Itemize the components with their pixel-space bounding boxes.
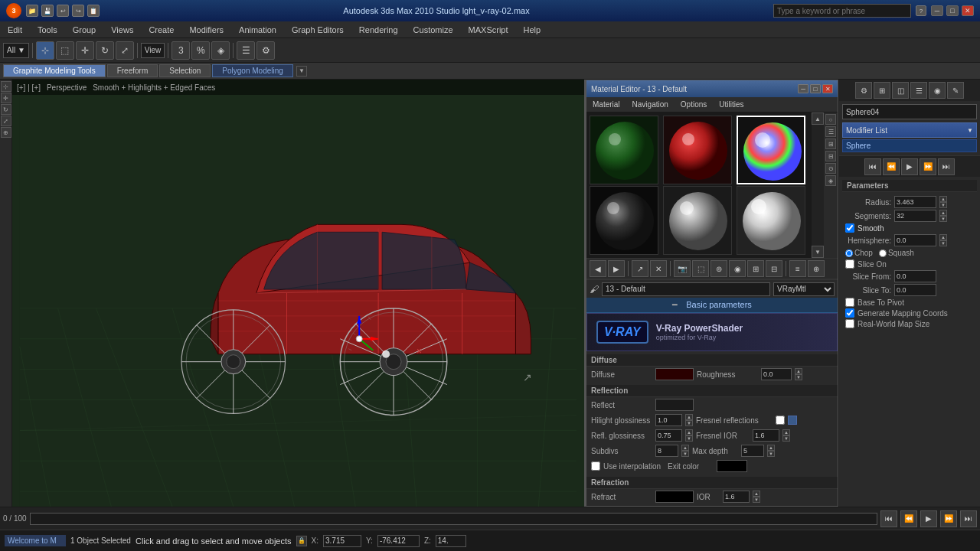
roughness-input[interactable]: [761, 368, 792, 380]
refl-glossiness-input[interactable]: [655, 429, 682, 442]
mat-icon-1[interactable]: ○: [825, 114, 836, 125]
menu-help[interactable]: Help: [516, 24, 549, 36]
fresnel-ior-spin-up[interactable]: ▲: [782, 429, 790, 435]
right-tool-3[interactable]: ◫: [892, 82, 909, 99]
render-icon[interactable]: ◈: [211, 41, 230, 60]
max-depth-spin-up[interactable]: ▲: [767, 445, 775, 451]
slice-on-checkbox[interactable]: [845, 259, 854, 269]
hilight-spin-up[interactable]: ▲: [685, 414, 693, 420]
select-tool[interactable]: ⊹: [36, 41, 54, 60]
play-button[interactable]: ▶: [901, 158, 918, 175]
rotate-icon[interactable]: ↻: [1, 104, 11, 115]
max-depth-input[interactable]: [741, 445, 764, 457]
percent-icon[interactable]: %: [191, 41, 210, 60]
graphite-modeling-tools-tab[interactable]: Graphite Modeling Tools: [3, 64, 106, 77]
select-icon[interactable]: ⊹: [1, 81, 11, 92]
right-tool-6[interactable]: ✎: [947, 82, 964, 99]
mat-maximize-button[interactable]: □: [810, 84, 821, 93]
select-filter[interactable]: All ▼: [3, 43, 29, 58]
diffuse-color-swatch[interactable]: [655, 368, 694, 380]
next-frame-button[interactable]: ⏩: [920, 158, 936, 175]
select-region-tool[interactable]: ⬚: [56, 41, 74, 60]
fresnel-ior-input[interactable]: [753, 429, 779, 442]
segments-spin-up[interactable]: ▲: [939, 210, 947, 216]
menu-tools[interactable]: Tools: [30, 24, 65, 36]
toolbar-icon-4[interactable]: ↪: [72, 5, 84, 17]
search-input[interactable]: [773, 4, 911, 18]
timeline-playback-2[interactable]: ⏪: [900, 510, 917, 527]
mat-icon-6[interactable]: ◈: [825, 175, 836, 186]
right-tool-5[interactable]: ◉: [929, 82, 946, 99]
prev-frame-button[interactable]: ⏪: [883, 158, 900, 175]
mat-menu-material[interactable]: Material: [586, 99, 626, 110]
reflect-color-swatch[interactable]: [655, 399, 694, 411]
help-icon[interactable]: ?: [916, 5, 926, 16]
radius-spin-down[interactable]: ▼: [939, 202, 947, 208]
slice-to-input[interactable]: [894, 284, 936, 296]
timeline-play[interactable]: ▶: [920, 510, 937, 527]
mat-tool-7[interactable]: ⊞: [747, 260, 764, 277]
menu-create[interactable]: Create: [141, 24, 181, 36]
scroll-up-arrow[interactable]: ▲: [812, 112, 824, 125]
modifier-list-button[interactable]: Modifier List ▼: [842, 122, 977, 138]
view-mode-select[interactable]: View: [141, 43, 165, 58]
real-world-checkbox[interactable]: [845, 319, 854, 328]
move-icon[interactable]: ✛: [1, 93, 11, 103]
move-tool[interactable]: ✛: [76, 41, 94, 60]
use-interpolation-checkbox[interactable]: [591, 461, 600, 471]
freeform-tab[interactable]: Freeform: [107, 64, 158, 77]
menu-modifiers[interactable]: Modifiers: [181, 24, 231, 36]
hemisphere-input[interactable]: [894, 234, 936, 246]
minimize-button[interactable]: ─: [931, 5, 943, 16]
mat-tool-9[interactable]: ≡: [789, 260, 806, 277]
coord-lock-icon[interactable]: 🔒: [296, 536, 307, 546]
exit-color-swatch[interactable]: [717, 460, 747, 472]
menu-edit[interactable]: Edit: [0, 24, 30, 36]
mat-tool-8[interactable]: ⊟: [766, 260, 782, 277]
timeline-track[interactable]: [30, 513, 877, 525]
swatch-2[interactable]: [663, 116, 732, 184]
hemisphere-spin-up[interactable]: ▲: [939, 234, 947, 240]
base-to-pivot-checkbox[interactable]: [845, 298, 854, 307]
menu-group[interactable]: Group: [65, 24, 104, 36]
menu-customize[interactable]: Customize: [406, 24, 461, 36]
menu-maxscript[interactable]: MAXScript: [461, 24, 516, 36]
menu-graph-editors[interactable]: Graph Editors: [284, 24, 351, 36]
subdivs-spin-down[interactable]: ▼: [681, 451, 689, 457]
fresnel-refl-checkbox[interactable]: [776, 416, 785, 425]
chop-option[interactable]: Chop: [845, 249, 873, 257]
skip-start-button[interactable]: ⏮: [864, 158, 881, 175]
mat-menu-utilities[interactable]: Utilities: [713, 99, 750, 110]
timeline-playback-3[interactable]: ⏩: [940, 510, 957, 527]
mat-tool-5[interactable]: ⊚: [710, 260, 727, 277]
mat-tool-4[interactable]: ⬚: [692, 260, 709, 277]
tool-icon-8[interactable]: ⚙: [256, 41, 275, 60]
rotate-tool[interactable]: ↻: [96, 41, 114, 60]
sphere-modifier-item[interactable]: Sphere: [842, 139, 977, 152]
mat-name-input[interactable]: [602, 282, 770, 296]
skip-end-button[interactable]: ⏭: [938, 158, 955, 175]
mat-tool-6[interactable]: ◉: [729, 260, 746, 277]
mat-reset[interactable]: ✕: [650, 260, 667, 277]
segments-input[interactable]: [894, 210, 936, 222]
mat-icon-4[interactable]: ⊟: [825, 151, 836, 161]
toolbar-icon-5[interactable]: 📋: [87, 5, 100, 17]
max-depth-spin-down[interactable]: ▼: [767, 451, 775, 457]
ior-spin-up[interactable]: ▲: [753, 491, 760, 497]
fresnel-ior-spin-down[interactable]: ▼: [782, 435, 790, 442]
mat-menu-options[interactable]: Options: [675, 99, 713, 110]
squash-option[interactable]: Squash: [879, 249, 914, 257]
scale-tool[interactable]: ⤢: [116, 41, 134, 60]
ior-spin-down[interactable]: ▼: [753, 497, 760, 503]
collapse-arrow[interactable]: ▼: [296, 66, 307, 77]
slice-from-input[interactable]: [894, 270, 936, 282]
selection-tab[interactable]: Selection: [159, 64, 211, 77]
menu-views[interactable]: Views: [103, 24, 141, 36]
toolbar-icon-3[interactable]: ↩: [57, 5, 69, 17]
coord-x-value[interactable]: 3.715: [323, 535, 361, 547]
tool-icon-7[interactable]: ☰: [237, 41, 255, 60]
subdivs-input[interactable]: [655, 445, 678, 457]
modifier-name-input[interactable]: [842, 104, 977, 119]
mat-menu-navigation[interactable]: Navigation: [626, 99, 675, 110]
mat-tool-10[interactable]: ⊕: [808, 260, 825, 277]
